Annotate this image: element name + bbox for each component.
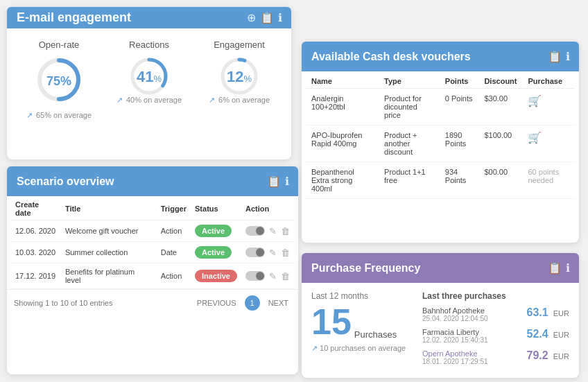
row3-trigger: Action — [157, 263, 191, 289]
engagement-label: Engagement — [194, 40, 284, 50]
reactions-circle: 41% — [104, 55, 194, 118]
active-badge2: Active — [195, 246, 232, 259]
table-row: APO-Ibuprofen Rapid 400mg Product + anot… — [306, 125, 575, 162]
active-badge: Active — [195, 225, 232, 237]
pharmacy3-date: 18.01. 2020 17:29:51 — [422, 358, 488, 365]
pharmacy1-value-container: 63.1 EUR — [527, 306, 569, 319]
v3-name: Bepanthenol Extra strong 400ml — [306, 162, 379, 199]
pharmacy1-date: 25.04. 2020 12:04:50 — [422, 315, 488, 322]
v1-name: Analergin 100+20tbl — [306, 89, 379, 125]
reactions-unit: % — [153, 73, 162, 84]
v3-purchase: 60 points needed — [522, 162, 575, 199]
vcol-name: Name — [306, 71, 379, 89]
engagement-circle: 12% — [194, 55, 284, 118]
scenario-footer: Showing 1 to 10 of 10 entries PREVIOUS 1… — [7, 289, 298, 316]
vcol-type: Type — [379, 71, 440, 89]
vouchers-card: Available Cash desk vouchers 📋 ℹ Name Ty… — [302, 42, 579, 243]
purchase-main-value: 15 Purchases — [311, 304, 408, 340]
v2-purchase: 🛒 — [522, 125, 575, 162]
purchase-info-icon[interactable]: ℹ — [564, 260, 572, 276]
scenario-info-icon[interactable]: ℹ — [283, 173, 291, 189]
edit-icon1[interactable]: ✎ — [269, 226, 277, 236]
table-row: Analergin 100+20tbl Product for dicounte… — [306, 89, 575, 125]
purchase-subtitle: Last 12 months — [311, 291, 408, 301]
open-rate-label: Open-rate — [14, 40, 104, 50]
pagination: PREVIOUS 1 NEXT — [194, 295, 291, 311]
v2-points: 1890 Points — [440, 125, 479, 162]
toggle2[interactable] — [245, 248, 265, 257]
row2-action: ✎ 🗑 — [241, 242, 294, 263]
vouchers-table: Name Type Points Discount Purchase Anale… — [306, 71, 575, 199]
engagement-value-container: 12% — [194, 68, 284, 86]
row2-trigger: Date — [157, 242, 191, 263]
cart-icon2: 🛒 — [528, 132, 542, 144]
table-row: 17.12. 2019 Benefits for platinum level … — [11, 263, 294, 289]
open-rate-value: 75% — [46, 74, 71, 89]
row1-title: Welcome gift voucher — [61, 220, 157, 242]
vouchers-info-icon[interactable]: ℹ — [564, 49, 572, 64]
row2-date: 10.03. 2020 — [11, 242, 61, 263]
row1-trigger: Action — [157, 220, 191, 242]
trend-up-icon2: ↗ — [116, 96, 123, 104]
edit-icon3[interactable]: ✎ — [269, 271, 277, 281]
open-rate-metric: Open-rate 75% ↗ 65% on average — [14, 40, 104, 120]
delete-icon3[interactable]: 🗑 — [281, 271, 290, 281]
v1-discount: $30.00 — [478, 89, 522, 125]
vcol-purchase: Purchase — [522, 71, 575, 89]
open-rate-circle: 75% — [35, 55, 83, 107]
delete-icon1[interactable]: 🗑 — [281, 226, 290, 236]
v3-points: 934 Points — [440, 162, 479, 199]
pharmacy2-currency: EUR — [553, 331, 569, 339]
reactions-label: Reactions — [104, 40, 194, 50]
pharmacy-row1: Bahnhof Apotheke 25.04. 2020 12:04:50 63… — [422, 306, 569, 322]
pharmacy1-value: 63.1 — [527, 306, 548, 318]
scenario-table-container: Create date Title Trigger Status Action … — [7, 196, 298, 289]
vcol-points: Points — [440, 71, 479, 89]
toggle1[interactable] — [245, 226, 265, 236]
trend-up-icon: ↗ — [26, 111, 33, 119]
vouchers-report-icon[interactable]: 📋 — [546, 49, 564, 64]
pharmacy3-info: Opern Apotheke 18.01. 2020 17:29:51 — [422, 349, 488, 365]
showing-entries: Showing 1 to 10 of 10 entries — [14, 299, 112, 307]
inactive-badge: Inactive — [195, 270, 237, 282]
reactions-value-container: 41% — [104, 68, 194, 86]
v1-purchase: 🛒 — [522, 89, 575, 125]
pharmacy1-currency: EUR — [553, 309, 569, 318]
report-icon[interactable]: 📋 — [258, 10, 276, 26]
prev-page-button[interactable]: PREVIOUS — [194, 297, 239, 309]
purchase-frequency-card: Purchase Frequency 📋 ℹ Last 12 months 15… — [302, 253, 579, 378]
v3-type: Product 1+1 free — [379, 162, 440, 199]
purchase-report-icon[interactable]: 📋 — [546, 260, 564, 276]
scenario-overview-card: Scenario overview 📋 ℹ Create date Title … — [7, 166, 298, 374]
edit-icon2[interactable]: ✎ — [269, 248, 277, 258]
row1-date: 12.06. 2020 — [11, 220, 61, 242]
next-page-button[interactable]: NEXT — [266, 297, 291, 309]
v2-discount: $100.00 — [478, 125, 522, 162]
row3-action: ✎ 🗑 — [241, 263, 294, 289]
pharmacy2-date: 12.02. 2020 15:40:31 — [422, 336, 488, 344]
purchase-card-title: Purchase Frequency — [311, 262, 546, 275]
email-metrics: Open-rate 75% ↗ 65% on average Reactions — [7, 28, 291, 127]
pharmacy2-info: Farmacia Liberty 12.02. 2020 15:40:31 — [422, 328, 488, 344]
col-trigger: Trigger — [157, 196, 191, 220]
purchase-card-header: Purchase Frequency 📋 ℹ — [302, 253, 579, 283]
delete-icon2[interactable]: 🗑 — [281, 248, 290, 258]
table-row: 12.06. 2020 Welcome gift voucher Action … — [11, 220, 294, 242]
row1-action: ✎ 🗑 — [241, 220, 294, 242]
pharmacy3-name: Opern Apotheke — [422, 349, 488, 358]
table-row: 10.03. 2020 Summer collection Date Activ… — [11, 242, 294, 263]
row3-title: Benefits for platinum level — [61, 263, 157, 289]
purchase-count: 15 — [311, 304, 352, 340]
add-icon[interactable]: ⊕ — [245, 10, 258, 26]
toggle3[interactable] — [245, 271, 265, 281]
engagement-metric: Engagement 12% ↗ 6% on average — [194, 40, 284, 120]
pharmacy1-name: Bahnhof Apotheke — [422, 306, 488, 315]
reactions-metric: Reactions 41% ↗ 40% on average — [104, 40, 194, 120]
vouchers-card-header: Available Cash desk vouchers 📋 ℹ — [302, 42, 579, 71]
purchase-body: Last 12 months 15 Purchases ↗ 10 purchas… — [302, 283, 579, 379]
scenario-report-icon[interactable]: 📋 — [265, 173, 283, 189]
pharmacy2-value-container: 52.4 EUR — [527, 328, 569, 340]
current-page[interactable]: 1 — [245, 295, 260, 311]
info-icon[interactable]: ℹ — [276, 10, 284, 26]
trend-up-icon4: ↗ — [311, 344, 318, 352]
